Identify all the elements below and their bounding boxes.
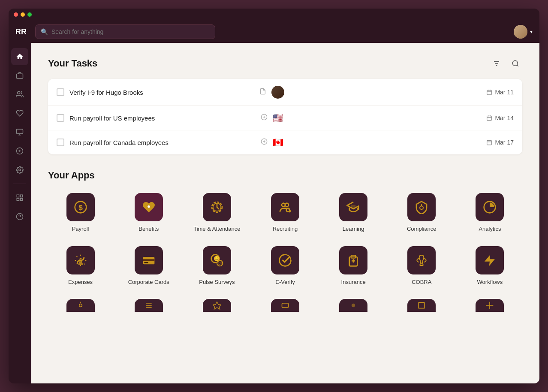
search-icon: 🔍 (41, 28, 48, 35)
svg-point-46 (285, 203, 289, 207)
sidebar-item-people[interactable] (11, 86, 28, 103)
app-label-time-attendance: Time & Attendance (193, 226, 240, 232)
us-flag: 🇺🇸 (273, 113, 283, 123)
apps-grid-row1: $ Payroll (48, 190, 522, 236)
expenses-icon: $ (66, 246, 95, 274)
tasks-list: Verify I-9 for Hugo Brooks Mar 11 (48, 79, 522, 154)
tasks-title: Your Tasks (48, 58, 97, 69)
app-label-corporate-cards: Corporate Cards (128, 279, 169, 286)
app-label-workflows: Workflows (477, 279, 503, 286)
app-item-partial-3[interactable] (184, 296, 249, 315)
app-item-partial-1[interactable] (48, 296, 113, 315)
app-item-compliance[interactable]: Compliance (389, 190, 454, 236)
minimize-dot[interactable] (21, 12, 25, 17)
svg-rect-72 (282, 303, 288, 308)
app-item-corporate-cards[interactable]: Corporate Cards (116, 243, 181, 289)
sidebar-divider (13, 184, 26, 184)
app-window: RR 🔍 ▾ (9, 9, 539, 383)
sidebar-item-help[interactable] (11, 208, 28, 225)
cobra-icon (407, 246, 436, 274)
svg-point-18 (512, 60, 518, 66)
app-item-learning[interactable]: Learning (321, 190, 386, 236)
app-item-partial-5[interactable] (321, 296, 386, 315)
app-item-workflows[interactable]: Workflows (458, 243, 522, 289)
app-item-partial-4[interactable] (253, 296, 317, 315)
dollar-circle-icon-3 (261, 138, 268, 147)
task-checkbox-3[interactable] (57, 139, 64, 146)
app-label-e-verify: E-Verify (275, 279, 295, 286)
main-content: Your Tasks Verify I-9 for Hugo (31, 43, 539, 383)
search-input[interactable] (51, 28, 210, 35)
app-item-recruiting[interactable]: Recruiting (253, 190, 317, 236)
app-label-analytics: Analytics (479, 226, 501, 232)
app-label-benefits: Benefits (139, 226, 159, 232)
svg-rect-49 (351, 205, 356, 208)
task-checkbox-2[interactable] (57, 114, 64, 122)
sidebar-item-home[interactable] (11, 48, 28, 65)
svg-point-62 (280, 254, 291, 266)
chevron-down-icon: ▾ (530, 29, 533, 35)
app-item-pulse-surveys[interactable]: 😊 ☑ Pulse Surveys (184, 243, 249, 289)
app-item-time-attendance[interactable]: Time & Attendance (184, 190, 249, 236)
app-item-partial-7[interactable] (458, 296, 522, 315)
sidebar-item-jobs[interactable] (11, 67, 28, 84)
app-label-cobra: COBRA (412, 279, 431, 286)
analytics-icon (476, 193, 504, 221)
task-date-text-3: Mar 17 (495, 139, 514, 146)
task-checkbox-1[interactable] (57, 88, 64, 96)
app-item-e-verify[interactable]: E-Verify (253, 243, 317, 289)
app-item-insurance[interactable]: Insurance (321, 243, 386, 289)
svg-rect-56 (143, 259, 154, 261)
apps-grid-row2: $ Expenses (48, 243, 522, 289)
svg-rect-34 (487, 140, 492, 145)
app-item-payroll[interactable]: $ Payroll (48, 190, 113, 236)
app-item-expenses[interactable]: $ Expenses (48, 243, 113, 289)
app-item-cobra[interactable]: COBRA (389, 243, 454, 289)
table-row: Run payroll for Canada employees 🇨🇦 Mar … (48, 130, 522, 154)
app-item-benefits[interactable]: Benefits (116, 190, 181, 236)
titlebar (9, 9, 539, 21)
task-label-2: Run payroll for US employees (69, 115, 256, 122)
svg-rect-11 (20, 199, 22, 201)
app-label-payroll: Payroll (72, 226, 89, 232)
sidebar-item-finance[interactable] (11, 142, 28, 160)
svg-rect-10 (20, 195, 22, 197)
task-date-text-1: Mar 11 (495, 89, 514, 96)
insurance-icon (339, 246, 367, 274)
maximize-dot[interactable] (27, 12, 32, 17)
table-row: Run payroll for US employees 🇺🇸 Mar 14 (48, 106, 522, 130)
sidebar-item-settings[interactable] (11, 161, 28, 178)
app-item-partial-6[interactable] (389, 296, 454, 315)
benefits-icon (135, 193, 163, 221)
app-label-pulse-surveys: Pulse Surveys (199, 279, 235, 286)
app-item-analytics[interactable]: Analytics (458, 190, 522, 236)
task-date-3: Mar 17 (479, 139, 514, 146)
user-menu[interactable]: ▾ (514, 25, 533, 39)
svg-line-48 (289, 211, 290, 212)
app-label-insurance: Insurance (341, 279, 366, 286)
svg-rect-12 (17, 199, 19, 201)
avatar (514, 25, 527, 39)
table-row: Verify I-9 for Hugo Brooks Mar 11 (48, 79, 522, 106)
app-item-partial-2[interactable] (116, 296, 181, 315)
payroll-icon: $ (66, 193, 95, 221)
app-logo[interactable]: RR (15, 27, 27, 36)
svg-rect-20 (487, 90, 492, 95)
search-bar[interactable]: 🔍 (35, 24, 215, 39)
canada-flag: 🇨🇦 (273, 137, 283, 148)
sidebar-item-devices[interactable] (11, 124, 28, 141)
svg-point-70 (79, 304, 82, 307)
search-button[interactable] (509, 57, 522, 70)
filter-button[interactable] (490, 57, 503, 70)
sidebar-item-apps[interactable] (11, 189, 28, 206)
close-dot[interactable] (14, 12, 18, 17)
learning-icon (339, 193, 367, 221)
sidebar-item-benefits[interactable] (11, 105, 28, 122)
app-label-recruiting: Recruiting (273, 226, 298, 232)
task-label-3: Run payroll for Canada employees (69, 139, 256, 146)
svg-rect-0 (16, 74, 23, 78)
svg-point-47 (286, 208, 290, 212)
workflows-icon (476, 246, 504, 274)
app-label-compliance: Compliance (407, 226, 437, 232)
apps-section: Your Apps $ Payroll (48, 170, 522, 315)
